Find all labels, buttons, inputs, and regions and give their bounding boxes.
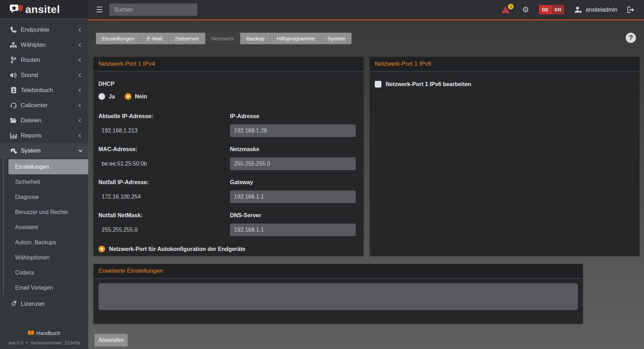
sidebar-item-endpunkte[interactable]: Endpunkte (0, 22, 88, 37)
sidebar-item-sound[interactable]: Sound (0, 67, 88, 83)
lang-en-button[interactable]: EN (552, 5, 564, 14)
mac-label: MAC-Adresse: (98, 146, 230, 153)
dhcp-label: DHCP (98, 81, 359, 87)
sidebar-item-label: Endpunkte (21, 26, 79, 33)
ip-input[interactable] (230, 124, 356, 137)
emergency-ip-value: 172.16.100.254 (98, 190, 230, 203)
dhcp-nein-radio[interactable] (125, 93, 131, 100)
submenu-item-waehloptionen[interactable]: Wähloptionen (4, 250, 88, 265)
hamburger-menu-icon[interactable]: ☰ (96, 5, 103, 14)
sidebar-item-label: Lizenzen (21, 300, 82, 308)
sidebar-item-telefonbuch[interactable]: Telefonbuch (0, 83, 88, 98)
chart-bar-icon (9, 133, 17, 138)
submenu-item-diagnose[interactable]: Diagnose (4, 189, 88, 205)
dhcp-ja-radio[interactable] (98, 93, 105, 100)
submenu-item-assistent[interactable]: Assistent (4, 220, 88, 235)
submenu-item-sicherheit[interactable]: Sicherheit (4, 174, 88, 189)
sidebar-item-callcenter[interactable]: Callcenter (0, 98, 88, 113)
version-info: awi 5.0 • Seriennummer: 123456 (0, 340, 88, 345)
tab-hilfsprogramme[interactable]: Hilfsprogramme (271, 33, 321, 44)
sidebar-item-lizenzen[interactable]: Lizenzen (0, 296, 88, 311)
serial-number: Seriennummer: 123456 (31, 340, 80, 345)
emergency-ip-label: Notfall IP-Adresse: (98, 179, 230, 186)
ipv6-edit-checkbox[interactable] (375, 81, 381, 88)
headset-icon (9, 102, 17, 109)
logout-icon[interactable] (627, 6, 635, 13)
dns-label: DNS-Server (230, 212, 356, 219)
submenu-item-benutzer-und-rechte[interactable]: Benutzer und Rechte (4, 205, 88, 220)
lang-de-button[interactable]: DE (539, 5, 552, 14)
submit-button[interactable]: Absenden (95, 334, 128, 347)
advanced-settings-textarea[interactable] (98, 283, 578, 310)
main-content: Einstellungen E-Mail Zeitserver Netzwerk… (88, 20, 644, 349)
system-submenu: Einstellungen Sicherheit Diagnose Benutz… (3, 158, 88, 296)
emergency-netmask-value: 255.255.255.0 (98, 224, 230, 236)
sidebar-item-system[interactable]: System (0, 143, 88, 158)
user-menu[interactable]: ansiteladmin (574, 6, 617, 13)
handbuch-link[interactable]: Handbuch (28, 330, 60, 336)
username: ansiteladmin (586, 7, 617, 13)
gateway-input[interactable] (230, 190, 356, 203)
key-icon (9, 300, 17, 307)
settings-tabs: Einstellungen E-Mail Zeitserver Netzwerk… (96, 33, 352, 44)
submenu-item-email-vorlagen[interactable]: Email Vorlagen (4, 280, 88, 295)
sidebar-item-waehlplan[interactable]: Wählplan (0, 37, 88, 52)
dhcp-nein-label[interactable]: Nein (135, 93, 147, 100)
volume-icon (9, 72, 17, 78)
mac-value: be:ee:51:25:50:0b (98, 157, 230, 170)
submenu-item-codecs[interactable]: Codecs (4, 265, 88, 280)
tab-system[interactable]: System (322, 33, 352, 44)
ipv6-panel: Netzwerk-Port 1 IPv6 Netzwerk-Port 1 IPv… (370, 57, 639, 256)
warning-exclamation: ! (504, 8, 506, 13)
brand-logo[interactable]: ansitel (0, 0, 88, 19)
alert-count-badge: 1 (508, 4, 514, 9)
emergency-ip-group: Notfall IP-Adresse: 172.16.100.254 (98, 179, 230, 203)
netmask-label: Netzmaske (230, 146, 356, 153)
submenu-item-autom-backups[interactable]: Autom. Backups (4, 235, 88, 250)
ipv4-form-grid: Aktuelle IP-Adresse: 192.168.1.213 IP-Ad… (98, 113, 359, 236)
netmask-input[interactable] (230, 157, 356, 170)
chevron-left-icon (78, 88, 82, 92)
sidebar-item-routen[interactable]: Routen (0, 52, 88, 67)
chat-star-logo-icon (10, 4, 23, 15)
advanced-panel-title: Erweiterte Einstellungen (98, 267, 163, 274)
tab-zeitserver[interactable]: Zeitserver (169, 33, 205, 44)
autoconfig-row: Netzwerk-Port für Autokonfiguration der … (98, 246, 359, 252)
sidebar-item-label: Reports (21, 132, 79, 139)
chevron-down-icon (78, 148, 82, 152)
settings-gear-icon[interactable]: ⚙ (522, 5, 529, 14)
submenu-item-einstellungen[interactable]: Einstellungen (8, 159, 88, 174)
gateway-label: Gateway (230, 179, 356, 186)
ipv6-panel-title: Netzwerk-Port 1 IPv6 (375, 60, 431, 67)
sidebar-item-label: System (21, 147, 79, 154)
autoconfig-radio[interactable] (98, 246, 105, 252)
sitemap-icon (9, 42, 17, 48)
sidebar-item-label: Callcenter (21, 102, 79, 109)
tab-backup[interactable]: Backup (240, 33, 271, 44)
ip-group: IP-Adresse (230, 113, 356, 137)
mac-group: MAC-Adresse: be:ee:51:25:50:0b (98, 146, 230, 170)
tab-netzwerk[interactable]: Netzwerk (205, 33, 240, 44)
dns-input[interactable] (230, 224, 356, 236)
sidebar-item-reports[interactable]: Reports (0, 128, 88, 143)
ipv6-edit-label[interactable]: Netzwerk-Port 1 IPv6 bearbeiten (386, 81, 471, 88)
ipv6-panel-body: Netzwerk-Port 1 IPv6 bearbeiten (370, 72, 639, 93)
tab-einstellungen[interactable]: Einstellungen (96, 33, 141, 44)
alerts-button[interactable]: ! 1 (502, 5, 512, 14)
current-ip-group: Aktuelle IP-Adresse: 192.168.1.213 (98, 113, 230, 137)
tab-email[interactable]: E-Mail (141, 33, 169, 44)
help-icon[interactable]: ? (626, 33, 636, 43)
chevron-left-icon (78, 43, 82, 47)
chevron-left-icon (78, 58, 82, 62)
search-input[interactable] (109, 4, 197, 16)
sidebar-item-dateien[interactable]: Dateien (0, 113, 88, 128)
ipv4-panel: Netzwerk-Port 1 IPv4 DHCP Ja Nein Aktuel… (94, 57, 363, 256)
branch-icon (9, 57, 17, 63)
chevron-left-icon (78, 118, 82, 122)
autoconfig-label[interactable]: Netzwerk-Port für Autokonfiguration der … (109, 246, 245, 252)
netmask-group: Netzmaske (230, 146, 356, 170)
topbar: ☰ ! 1 ⚙ DE EN ansiteladmin (88, 0, 644, 19)
dhcp-ja-label[interactable]: Ja (109, 93, 115, 100)
user-shield-icon (574, 6, 582, 13)
sidebar-item-label: Dateien (21, 117, 79, 124)
